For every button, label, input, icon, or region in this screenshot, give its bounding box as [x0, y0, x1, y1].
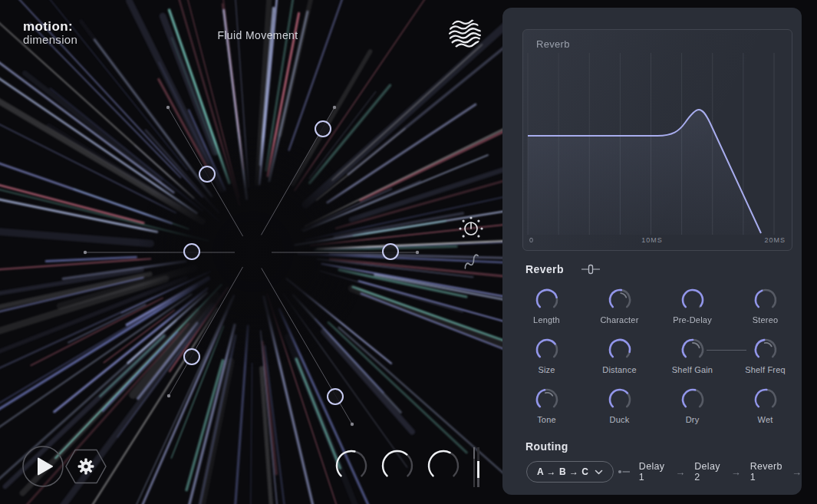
routing-title: Routing	[525, 440, 568, 453]
macro-knob-macro-3[interactable]	[427, 449, 460, 483]
xy-handle[interactable]	[199, 166, 215, 182]
axis-endpoint-dot	[167, 394, 170, 397]
output-meter[interactable]	[473, 447, 479, 487]
knob-arc-dry[interactable]	[680, 387, 706, 413]
xy-handle[interactable]	[184, 349, 199, 364]
knob-label-pre-delay: Pre-Delay	[673, 315, 712, 324]
knob-arc-length[interactable]	[534, 287, 560, 313]
graph-title: Reverb	[536, 38, 570, 50]
x-tick-0: 0	[529, 236, 534, 244]
chain-node-reverb-1[interactable]: Reverb 1	[750, 461, 782, 483]
knob-shelf-gain[interactable]: Shelf Gain	[656, 337, 729, 374]
brand-logo: motion: dimension	[23, 20, 77, 46]
knob-arc-wet[interactable]	[753, 387, 779, 413]
knob-distance[interactable]: Distance	[583, 337, 656, 374]
routing-chain: Delay 1→Delay 2→Reverb 1→	[618, 461, 802, 483]
mini-fader-icon[interactable]	[581, 264, 601, 275]
knob-length[interactable]: Length	[510, 287, 583, 324]
knob-arc-shelf-gain[interactable]	[680, 337, 706, 363]
knob-pre-delay[interactable]: Pre-Delay	[656, 287, 729, 324]
knob-label-length: Length	[533, 315, 560, 324]
knob-row-1: LengthCharacterPre-DelayStereo	[510, 287, 802, 324]
knob-label-shelf-freq: Shelf Freq	[745, 365, 786, 374]
knob-row-2: SizeDistanceShelf GainShelf Freq	[510, 337, 802, 374]
xy-handle[interactable]	[184, 244, 199, 259]
x-tick-20ms: 20MS	[764, 236, 786, 244]
chain-items: Delay 1→Delay 2→Reverb 1→	[639, 461, 802, 483]
knob-arc-size[interactable]	[534, 337, 560, 363]
macro-knob-macro-2[interactable]	[380, 449, 414, 483]
dot-line-icon	[618, 469, 630, 475]
knob-label-size: Size	[538, 365, 555, 374]
knob-arc-tone[interactable]	[534, 387, 560, 413]
reverb-envelope-graph[interactable]: Reverb 0 10MS 20MS	[522, 29, 792, 251]
knob-tone[interactable]: Tone	[510, 387, 583, 424]
xy-handle[interactable]	[328, 389, 343, 404]
knob-label-wet: Wet	[758, 415, 773, 424]
chevron-down-icon	[595, 469, 603, 475]
xy-handle[interactable]	[383, 244, 398, 259]
brand-line2: dimension	[23, 34, 77, 46]
knob-label-distance: Distance	[602, 365, 636, 374]
knob-label-dry: Dry	[686, 415, 700, 424]
knob-label-duck: Duck	[610, 415, 630, 424]
center-vignette	[138, 137, 368, 367]
knob-label-stereo: Stereo	[753, 315, 779, 324]
preset-title[interactable]: Fluid Movement	[181, 29, 334, 41]
reverb-envelope-plot	[523, 30, 790, 249]
chain-arrow-icon: →	[731, 466, 741, 478]
chain-node-delay-2[interactable]: Delay 2	[694, 461, 721, 483]
motion-visualizer[interactable]	[0, 0, 502, 504]
knob-row-3: ToneDuckDryWet	[510, 387, 802, 424]
knob-dry[interactable]: Dry	[656, 387, 729, 424]
knob-wet[interactable]: Wet	[729, 387, 802, 424]
settings-button[interactable]	[63, 445, 109, 488]
axis-endpoint-dot	[416, 251, 419, 254]
knob-arc-character[interactable]	[607, 287, 633, 313]
routing-order-value: A → B → C	[537, 466, 588, 477]
knob-arc-shelf-freq[interactable]	[753, 337, 779, 363]
xy-handle[interactable]	[315, 121, 331, 137]
knob-label-shelf-gain: Shelf Gain	[672, 365, 713, 374]
gear-icon	[78, 459, 94, 475]
knob-stereo[interactable]: Stereo	[729, 287, 802, 324]
play-button[interactable]	[21, 445, 64, 488]
routing-order-selector[interactable]: A → B → C	[526, 461, 614, 483]
section-title: Reverb	[525, 263, 564, 275]
meter-bar-left	[473, 447, 475, 487]
knob-arc-stereo[interactable]	[753, 287, 779, 313]
axis-endpoint-dot	[333, 106, 336, 109]
axis-endpoint-dot	[166, 106, 170, 109]
knob-arc-duck[interactable]	[607, 387, 633, 413]
section-header: Reverb	[525, 263, 601, 275]
axis-endpoint-dot	[351, 423, 354, 426]
envelope-fill	[528, 110, 761, 235]
macro-knob-macro-1[interactable]	[334, 449, 368, 483]
macro-knob-strip	[334, 449, 460, 483]
axis-endpoint-dot	[84, 251, 87, 254]
plugin-window: motion: dimension Fluid Movement Reverb …	[0, 0, 817, 504]
knob-shelf-freq[interactable]: Shelf Freq	[729, 337, 802, 374]
knob-arc-distance[interactable]	[607, 337, 633, 363]
knob-duck[interactable]: Duck	[583, 387, 656, 424]
meter-bar-right	[477, 447, 479, 487]
shelf-link-line	[707, 350, 746, 351]
x-tick-10ms: 10MS	[637, 236, 667, 244]
chain-arrow-icon: →	[675, 466, 685, 478]
knob-label-tone: Tone	[537, 415, 556, 424]
knob-arc-pre-delay[interactable]	[680, 287, 706, 313]
knob-size[interactable]: Size	[510, 337, 583, 374]
knob-label-character: Character	[600, 315, 638, 324]
chain-arrow-icon: →	[792, 466, 802, 478]
knob-character[interactable]: Character	[583, 287, 656, 324]
brand-line1: motion:	[23, 20, 77, 34]
play-icon	[38, 459, 52, 475]
chain-node-delay-1[interactable]: Delay 1	[639, 461, 666, 483]
reverb-panel: Reverb 0 10MS 20MS Reverb LengthCharacte…	[502, 8, 802, 495]
